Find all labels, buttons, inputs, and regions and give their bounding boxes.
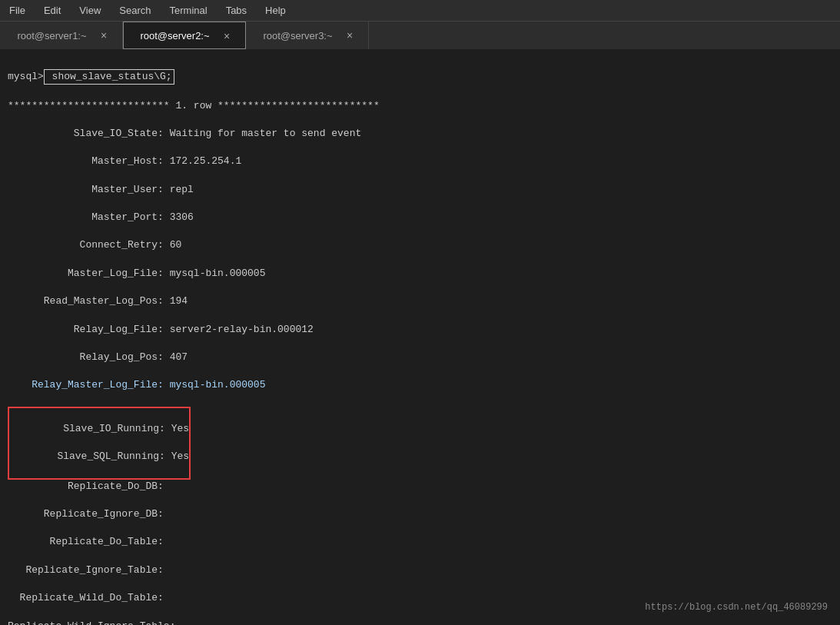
output-line-1: Slave_IO_State: Waiting for master to se… [8,127,832,141]
command-box: show_slave_status\G; [44,69,174,85]
menu-tabs[interactable]: Tabs [223,3,250,18]
output-line-3: Master_User: repl [8,183,832,197]
watermark: https://blog.csdn.net/qq_46089299 [645,602,828,613]
output-line-6: Master_Log_File: mysql-bin.000005 [8,267,832,281]
output-line-16: Replicate_Ignore_Table: [8,563,832,577]
output-line-18: Replicate_Wild_Ignore_Table: [8,620,832,626]
output-line-12: Slave_SQL_Running: Yes [9,450,189,464]
output-line-9: Relay_Log_Pos: 407 [8,351,832,364]
output-line-2: Master_Host: 172.25.254.1 [8,155,832,168]
tab-server2-close[interactable]: × [221,30,233,42]
output-line-14: Replicate_Ignore_DB: [8,507,832,521]
menubar: File Edit View Search Terminal Tabs Help [0,0,840,22]
prompt: mysql> [8,71,44,82]
menu-terminal[interactable]: Terminal [167,3,211,18]
output-line-4: Master_Port: 3306 [8,211,832,224]
tab-server1-close[interactable]: × [98,29,110,42]
tab-server3-close[interactable]: × [344,29,356,42]
tabbar: root@server1:~ × root@server2:~ × root@s… [0,22,840,49]
menu-edit[interactable]: Edit [41,3,64,18]
slave-io-sql-highlight: Slave_IO_Running: Yes Slave_SQL_Running:… [8,407,191,480]
output-line-13: Replicate_Do_DB: [8,480,832,494]
menu-view[interactable]: View [76,3,104,18]
relay-master-line: Relay_Master_Log_File: mysql-bin.000005 [8,378,832,392]
menu-search[interactable]: Search [116,3,154,18]
tab-server1[interactable]: root@server1:~ × [0,22,123,49]
output-line-15: Replicate_Do_Table: [8,535,832,549]
terminal[interactable]: mysql> show_slave_status\G; ************… [0,49,840,625]
output-line-11: Slave_IO_Running: Yes [9,422,189,436]
tab-server3[interactable]: root@server3:~ × [246,22,369,49]
output-line-8: Relay_Log_File: server2-relay-bin.000012 [8,323,832,337]
output-line-0: *************************** 1. row *****… [8,99,832,113]
tab-server3-label: root@server3:~ [258,30,337,42]
prompt-line: mysql> show_slave_status\G; [8,69,832,85]
menu-file[interactable]: File [6,3,28,18]
output-line-5: Connect_Retry: 60 [8,238,832,252]
output-line-7: Read_Master_Log_Pos: 194 [8,294,832,308]
menu-help[interactable]: Help [262,3,289,18]
tab-server2-label: root@server2:~ [135,30,214,42]
tab-server2[interactable]: root@server2:~ × [123,22,246,49]
tab-server1-label: root@server1:~ [12,30,91,42]
